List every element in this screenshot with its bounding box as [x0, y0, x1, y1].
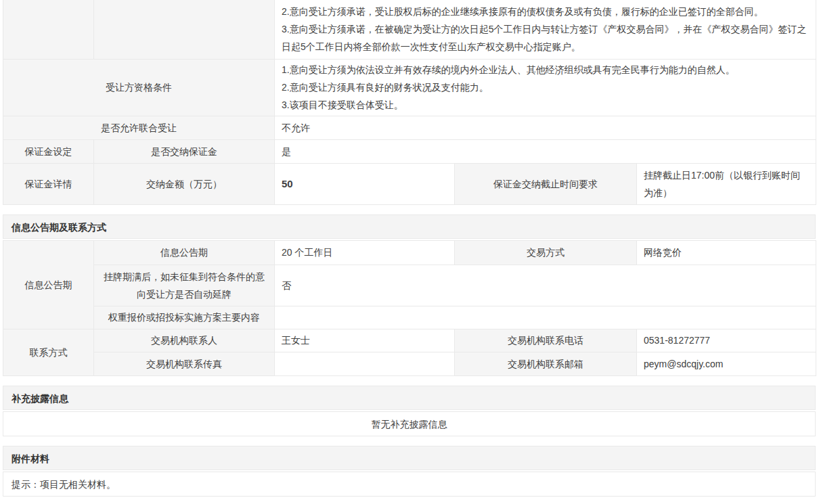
contact-fax-value: [275, 352, 455, 375]
attachment-section-title: 附件材料: [3, 446, 816, 470]
contact-email-label: 交易机构联系邮箱: [455, 352, 637, 375]
page-content: 2.意向受让方须承诺，受让股权后标的企业继续承接原有的债权债务及或有负债，履行标…: [0, 0, 819, 497]
announcement-period-label: 信息公告期: [94, 240, 275, 265]
supplement-section-content: 暂无补充披露信息: [3, 411, 816, 436]
announcement-contact-section: 信息公告期及联系方式 信息公告期 信息公告期 20 个工作日 交易方式 网络竞价…: [3, 214, 816, 376]
deposit-deadline-value: 挂牌截止日17:00前（以银行到账时间为准）: [637, 163, 816, 204]
supplement-disclosure-section: 补充披露信息 暂无补充披露信息: [3, 386, 816, 436]
table-row: 保证金详情 交纳金额（万元） 50 保证金交纳截止时间要求 挂牌截止日17:00…: [3, 163, 816, 204]
trade-method-label: 交易方式: [455, 240, 637, 265]
table-row: 是否允许联合受让 不允许: [3, 116, 816, 139]
contact-phone-value: 0531-81272777: [637, 329, 816, 352]
contact-phone-label: 交易机构联系电话: [455, 329, 637, 352]
contact-fax-label: 交易机构联系传真: [94, 352, 275, 375]
contact-email-value: peym@sdcqjy.com: [637, 352, 816, 375]
deposit-detail-group-label: 保证金详情: [3, 163, 94, 204]
deposit-amount-value: 50: [275, 163, 455, 204]
carryover-label-cell: [94, 0, 275, 59]
deposit-deadline-label: 保证金交纳截止时间要求: [455, 163, 637, 204]
carryover-group-cell: [3, 0, 94, 59]
table-row: 交易机构联系传真 交易机构联系邮箱 peym@sdcqjy.com: [3, 352, 816, 375]
qualification-label: 受让方资格条件: [3, 59, 275, 116]
announcement-contact-table: 信息公告期 信息公告期 20 个工作日 交易方式 网络竞价 挂牌期满后，如未征集…: [3, 240, 816, 376]
table-row: 挂牌期满后，如未征集到符合条件的意向受让方是否自动延牌 否: [3, 265, 816, 306]
table-row: 受让方资格条件 1.意向受让方须为依法设立并有效存续的境内外企业法人、其他经济组…: [3, 59, 816, 116]
announcement-period-group-label: 信息公告期: [3, 240, 94, 329]
trade-method-value: 网络竞价: [637, 240, 816, 265]
qualification-line: 2.意向受让方须具有良好的财务状况及支付能力。: [282, 78, 809, 96]
contact-person-value: 王女士: [275, 329, 455, 352]
contact-person-label: 交易机构联系人: [94, 329, 275, 352]
attachment-section-content: 提示：项目无相关材料。: [3, 472, 816, 497]
carryover-line: 2.意向受让方须承诺，受让股权后标的企业继续承接原有的债权债务及或有负债，履行标…: [282, 3, 809, 20]
announcement-section-title: 信息公告期及联系方式: [3, 214, 816, 239]
table-row: 2.意向受让方须承诺，受让股权后标的企业继续承接原有的债权债务及或有负债，履行标…: [3, 0, 816, 59]
transfer-conditions-table: 2.意向受让方须承诺，受让股权后标的企业继续承接原有的债权债务及或有负债，履行标…: [3, 0, 816, 205]
qualification-value-cell: 1.意向受让方须为依法设立并有效存续的境内外企业法人、其他经济组织或具有完全民事…: [275, 59, 816, 116]
table-row: 联系方式 交易机构联系人 王女士 交易机构联系电话 0531-81272777: [3, 329, 816, 352]
deposit-amount-label: 交纳金额（万元）: [94, 163, 275, 204]
table-row: 保证金设定 是否交纳保证金 是: [3, 139, 816, 163]
bidding-plan-label: 权重报价或招投标实施方案主要内容: [94, 306, 275, 329]
attachment-section: 附件材料 提示：项目无相关材料。: [3, 446, 816, 497]
joint-transfer-value: 不允许: [275, 116, 816, 139]
announcement-period-value: 20 个工作日: [275, 240, 455, 265]
qualification-line: 1.意向受让方须为依法设立并有效存续的境内外企业法人、其他经济组织或具有完全民事…: [282, 61, 809, 78]
deposit-required-value: 是: [275, 139, 816, 163]
qualification-line: 3.该项目不接受联合体受让。: [282, 96, 809, 114]
auto-extend-label: 挂牌期满后，如未征集到符合条件的意向受让方是否自动延牌: [94, 265, 275, 306]
table-row: 信息公告期 信息公告期 20 个工作日 交易方式 网络竞价: [3, 240, 816, 265]
auto-extend-value: 否: [275, 265, 816, 306]
supplement-section-title: 补充披露信息: [3, 386, 816, 410]
table-row: 权重报价或招投标实施方案主要内容: [3, 306, 816, 329]
deposit-required-label: 是否交纳保证金: [94, 139, 275, 163]
contact-group-label: 联系方式: [3, 329, 94, 375]
deposit-setting-group-label: 保证金设定: [3, 139, 94, 163]
carryover-value-cell: 2.意向受让方须承诺，受让股权后标的企业继续承接原有的债权债务及或有负债，履行标…: [275, 0, 816, 59]
bidding-plan-value: [275, 306, 816, 329]
joint-transfer-label: 是否允许联合受让: [3, 116, 275, 139]
carryover-line: 3.意向受让方须承诺，在被确定为受让方的次日起5个工作日内与转让方签订《产权交易…: [282, 20, 809, 55]
